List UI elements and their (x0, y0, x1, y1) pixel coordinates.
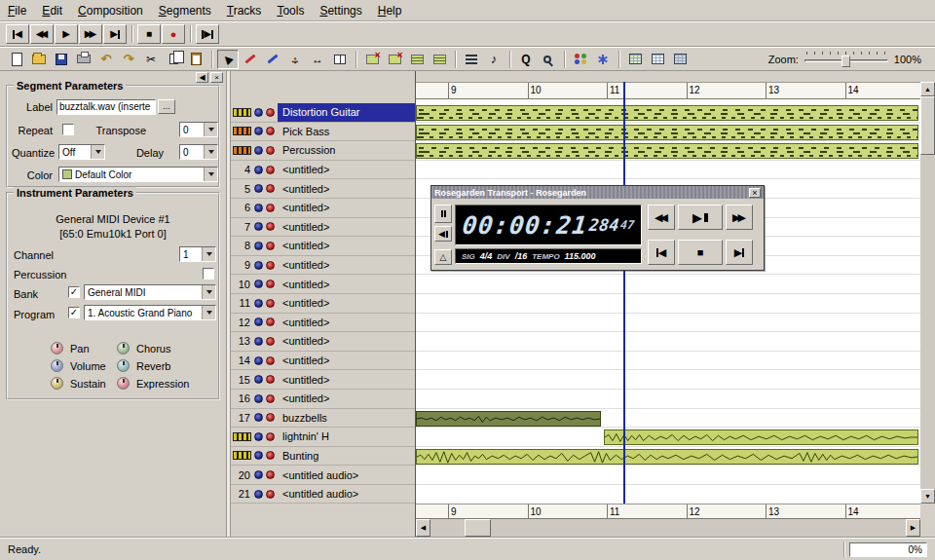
track-record-led[interactable] (266, 375, 275, 384)
track-name[interactable]: <untitled> (278, 218, 415, 237)
tempo-marker-button[interactable] (592, 50, 614, 69)
percussion-checkbox[interactable] (203, 268, 214, 280)
menu-edit[interactable]: Edit (34, 1, 70, 20)
track-mute-led[interactable] (254, 394, 263, 403)
pan-knob[interactable] (51, 342, 63, 355)
canvas-rows[interactable] (416, 103, 920, 504)
segment-pick-bass[interactable] (416, 125, 918, 140)
dropdown-arrow-button[interactable] (202, 247, 215, 261)
copy-button[interactable] (163, 50, 184, 69)
track-mute-led[interactable] (254, 451, 263, 460)
menu-settings[interactable]: Settings (312, 1, 369, 20)
vertical-scrollbar[interactable]: ▲ ▼ (920, 82, 935, 504)
bank-dropdown[interactable]: General MIDI (84, 284, 216, 300)
quantize-button[interactable] (461, 50, 482, 69)
track-record-led[interactable] (266, 280, 275, 288)
track-record-led[interactable] (266, 299, 275, 308)
print-button[interactable] (73, 50, 94, 69)
horizontal-scroll-thumb[interactable] (465, 519, 491, 537)
dropdown-arrow-button[interactable] (204, 145, 217, 159)
open-in-event-list-button[interactable] (669, 50, 691, 69)
track-name[interactable]: buzzbells (278, 409, 415, 428)
track-mute-led[interactable] (254, 490, 263, 499)
redo-button[interactable]: ↷ (118, 50, 139, 69)
track-row[interactable]: lightnin' H (231, 428, 415, 447)
track-name[interactable]: <untitled> (278, 237, 415, 255)
track-name[interactable]: <untitled> (278, 390, 415, 408)
skip-to-end-button[interactable]: ▶ (103, 24, 127, 44)
track-name[interactable]: <untitled> (278, 352, 415, 370)
track-mute-led[interactable] (254, 108, 263, 117)
track-name[interactable]: lightnin' H (278, 428, 415, 446)
track-record-led[interactable] (266, 317, 275, 326)
rewind-button[interactable]: ◀◀ (30, 24, 54, 44)
new-file-button[interactable] (6, 50, 27, 69)
transport-pause-button[interactable] (434, 205, 452, 223)
dropdown-arrow-button[interactable] (91, 145, 104, 159)
track-mute-led[interactable] (254, 127, 263, 135)
track-mute-led[interactable] (254, 317, 263, 326)
menu-tools[interactable]: Tools (269, 1, 312, 20)
track-record-led[interactable] (266, 184, 275, 193)
vertical-scroll-thumb[interactable] (920, 96, 935, 155)
track-name[interactable]: <untitled> (278, 314, 415, 332)
track-row[interactable]: 11 <untitled> (231, 294, 415, 314)
segment-label-field[interactable]: buzztalk.wav (inserte (56, 99, 156, 115)
horizontal-scrollbar[interactable]: ◀ ▶ (416, 519, 920, 537)
transpose-dropdown[interactable]: 0 (179, 122, 218, 137)
move-tool-button[interactable]: ↔↕ (284, 50, 306, 69)
track-mute-led[interactable] (254, 184, 263, 193)
erase-tool-button[interactable] (262, 50, 283, 69)
track-row[interactable]: 5 <untitled> (231, 179, 415, 199)
track-row[interactable]: 21 <untitled audio> (231, 485, 415, 504)
track-record-led[interactable] (266, 337, 275, 346)
track-mute-led[interactable] (254, 222, 263, 231)
track-row[interactable]: Percussion (231, 141, 415, 161)
program-checkbox[interactable] (68, 307, 80, 318)
color-dropdown[interactable]: Default Color (58, 167, 218, 182)
cut-button[interactable]: ✂ (140, 50, 162, 69)
track-row[interactable]: Pick Bass (231, 123, 415, 142)
track-row[interactable]: 16 <untitled> (231, 390, 415, 409)
transport-ffwd-button[interactable]: ▶▶ (726, 205, 753, 230)
track-name[interactable]: <untitled> (278, 370, 415, 389)
track-mute-led[interactable] (254, 146, 263, 155)
program-dropdown[interactable]: 1. Acoustic Grand Piano (84, 305, 216, 320)
track-record-led[interactable] (266, 222, 275, 231)
track-row[interactable]: Distortion Guitar (231, 103, 415, 123)
channel-dropdown[interactable]: 1 (179, 246, 216, 262)
track-mute-led[interactable] (254, 280, 263, 288)
track-row[interactable]: 13 <untitled> (231, 332, 415, 352)
menu-file[interactable]: File (0, 1, 34, 20)
paste-button[interactable] (185, 50, 206, 69)
reverb-knob[interactable] (117, 359, 130, 372)
menu-segments[interactable]: Segments (151, 1, 219, 20)
stop-button[interactable]: ■ (137, 24, 161, 44)
track-mute-led[interactable] (254, 337, 263, 346)
track-record-led[interactable] (266, 242, 275, 250)
open-in-percussion-matrix-button[interactable] (647, 50, 668, 69)
track-record-led[interactable] (266, 432, 275, 441)
skip-to-start-button[interactable]: ◀ (6, 24, 29, 44)
split-tool-button[interactable] (329, 50, 351, 69)
transport-play-button[interactable]: ▶ (678, 205, 723, 230)
track-row[interactable]: 20 <untitled audio> (231, 466, 415, 485)
track-name[interactable]: Bunting (278, 447, 415, 466)
track-mute-led[interactable] (254, 356, 263, 365)
track-name[interactable]: <untitled> (278, 199, 415, 217)
track-name[interactable]: <untitled> (278, 332, 415, 351)
track-row[interactable]: 12 <untitled> (231, 314, 415, 333)
panel-hide-button[interactable]: ◀ (196, 72, 208, 83)
dropdown-arrow-button[interactable] (202, 285, 215, 299)
select-tool-button[interactable]: ◀ (217, 50, 239, 69)
undo-button[interactable]: ↶ (95, 50, 117, 69)
resize-tool-button[interactable]: ↔ (307, 50, 328, 69)
dropdown-arrow-button[interactable] (204, 168, 217, 181)
segment-lightnin-h[interactable] (604, 429, 918, 445)
menu-help[interactable]: Help (370, 1, 410, 20)
transport-titlebar[interactable]: Rosegarden Transport - Rosegarden × (431, 186, 764, 199)
menu-composition[interactable]: Composition (70, 1, 151, 20)
track-row[interactable]: 15 <untitled> (231, 370, 415, 390)
track-record-led[interactable] (266, 166, 275, 174)
track-row[interactable]: 8 <untitled> (231, 237, 415, 256)
